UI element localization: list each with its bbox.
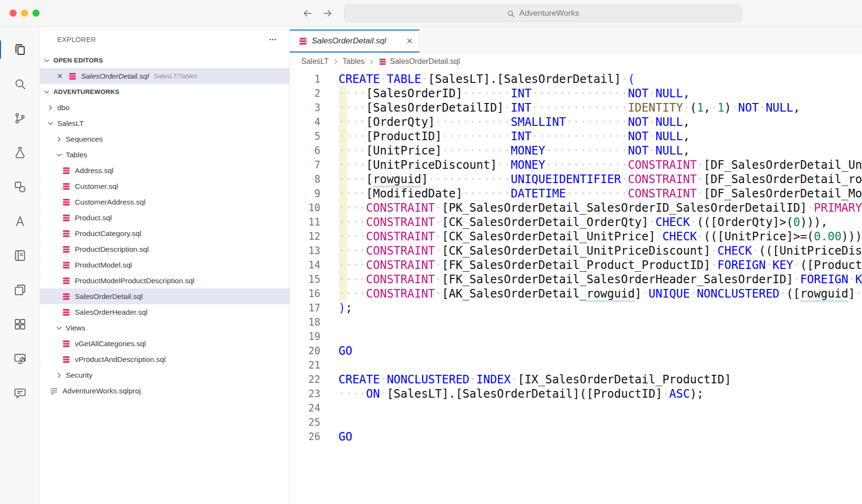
line-number[interactable]: 8 bbox=[290, 172, 320, 186]
monitor-activity-button[interactable] bbox=[0, 341, 40, 376]
tree-item-productmodel-sql[interactable]: ProductModel.sql bbox=[40, 257, 289, 273]
beaker-activity-button[interactable] bbox=[0, 135, 40, 170]
tree-item-dbo[interactable]: dbo bbox=[40, 100, 289, 115]
line-number[interactable]: 9 bbox=[290, 186, 320, 201]
tree-item-customer-sql[interactable]: Customer.sql bbox=[40, 178, 289, 194]
workspace-section-header[interactable]: ADVENTUREWORKS bbox=[40, 84, 289, 100]
tree-item-productcategory-sql[interactable]: ProductCategory.sql bbox=[40, 226, 289, 241]
grid-activity-button[interactable] bbox=[0, 307, 40, 341]
line-number[interactable]: 15 bbox=[290, 272, 320, 287]
open-editors-section-header[interactable]: OPEN EDITORS bbox=[40, 52, 289, 68]
code-line[interactable]: ····[ModifiedDate]·······DATETIME·······… bbox=[339, 186, 862, 201]
line-number[interactable]: 5 bbox=[290, 129, 320, 144]
code-line[interactable]: CREATE·TABLE·[SalesLT].[SalesOrderDetail… bbox=[339, 72, 862, 86]
open-editor-item[interactable]: SalesOrderDetail.sql SalesLT/Tables bbox=[40, 68, 289, 84]
code-line[interactable]: ····CONSTRAINT·[FK_SalesOrderDetail_Sale… bbox=[339, 272, 862, 287]
line-number[interactable]: 17 bbox=[290, 301, 320, 315]
breadcrumb-salesorderdetail-sql[interactable]: SalesOrderDetail.sql bbox=[379, 57, 460, 66]
close-tab-icon[interactable] bbox=[406, 37, 413, 45]
line-number[interactable]: 23 bbox=[290, 387, 320, 401]
line-number[interactable]: 11 bbox=[290, 215, 320, 229]
tree-item-vgetallcategories-sql[interactable]: vGetAllCategories.sql bbox=[40, 336, 289, 351]
forward-button[interactable] bbox=[319, 5, 336, 22]
tree-item-salesorderdetail-sql[interactable]: SalesOrderDetail.sql bbox=[40, 288, 289, 304]
line-number[interactable]: 7 bbox=[290, 158, 320, 172]
chevron-right-icon[interactable] bbox=[47, 104, 57, 112]
code-line[interactable]: ); bbox=[339, 301, 862, 315]
code-line[interactable]: ····ON·[SalesLT].[SalesOrderDetail]([Pro… bbox=[339, 387, 862, 401]
code-line[interactable]: ····[SalesOrderDetailID]·INT············… bbox=[339, 101, 862, 115]
copy-activity-button[interactable] bbox=[0, 273, 40, 307]
line-number[interactable]: 24 bbox=[290, 401, 320, 415]
code-line[interactable]: ····CONSTRAINT·[PK_SalesOrderDetail_Sale… bbox=[339, 201, 862, 215]
code-area[interactable]: 1234567891011121314151617181920212223242… bbox=[290, 70, 862, 504]
minimize-window-button[interactable] bbox=[21, 10, 28, 17]
shapes-activity-button[interactable] bbox=[0, 170, 40, 204]
chevron-down-icon[interactable] bbox=[55, 151, 66, 159]
code-line[interactable]: ····CONSTRAINT·[CK_SalesOrderDetail_Unit… bbox=[339, 244, 862, 258]
line-number[interactable]: 12 bbox=[290, 229, 320, 244]
breadcrumb-saleslt[interactable]: SalesLT bbox=[301, 57, 329, 66]
search-activity-button[interactable] bbox=[0, 67, 40, 101]
code-line[interactable] bbox=[339, 329, 862, 344]
line-number[interactable]: 14 bbox=[290, 258, 320, 272]
zoom-window-button[interactable] bbox=[32, 10, 40, 17]
line-number[interactable]: 3 bbox=[290, 101, 320, 115]
breadcrumb-tables[interactable]: Tables bbox=[343, 57, 365, 66]
line-number[interactable]: 21 bbox=[290, 358, 320, 372]
close-window-button[interactable] bbox=[10, 10, 17, 17]
tree-item-productdescription-sql[interactable]: ProductDescription.sql bbox=[40, 241, 289, 257]
chevron-right-icon[interactable] bbox=[55, 371, 66, 379]
line-number[interactable]: 1 bbox=[290, 72, 320, 86]
code-line[interactable]: GO bbox=[339, 430, 862, 444]
code-line[interactable]: ····CONSTRAINT·[FK_SalesOrderDetail_Prod… bbox=[339, 258, 862, 272]
code-line[interactable] bbox=[339, 415, 862, 430]
chevron-down-icon[interactable] bbox=[55, 324, 66, 332]
line-number[interactable]: 6 bbox=[290, 144, 320, 158]
tree-item-saleslt[interactable]: SalesLT bbox=[40, 115, 289, 131]
explorer-activity-button[interactable] bbox=[0, 32, 40, 67]
code-line[interactable]: GO bbox=[339, 344, 862, 358]
tree-item-sequences[interactable]: Sequences bbox=[40, 131, 289, 147]
line-number[interactable]: 13 bbox=[290, 244, 320, 258]
tree-item-address-sql[interactable]: Address.sql bbox=[40, 163, 289, 178]
tree-item-product-sql[interactable]: Product.sql bbox=[40, 210, 289, 226]
more-actions-button[interactable] bbox=[268, 35, 277, 44]
tree-item-salesorderheader-sql[interactable]: SalesOrderHeader.sql bbox=[40, 304, 289, 320]
tree-item-security[interactable]: Security bbox=[40, 367, 289, 383]
code-line[interactable]: ····CONSTRAINT·[CK_SalesOrderDetail_Unit… bbox=[339, 229, 862, 244]
code-line[interactable] bbox=[339, 315, 862, 329]
line-number[interactable]: 16 bbox=[290, 287, 320, 301]
back-button[interactable] bbox=[299, 5, 316, 22]
tree-item-productmodelproductdescription-sql[interactable]: ProductModelProductDescription.sql bbox=[40, 273, 289, 288]
close-editor-icon[interactable] bbox=[56, 72, 63, 80]
code-line[interactable]: ····[UnitPrice]··········MONEY··········… bbox=[339, 144, 862, 158]
code-line[interactable] bbox=[339, 358, 862, 372]
code-line[interactable]: ····[ProductID]··········INT············… bbox=[339, 129, 862, 144]
tab-salesorderdetail[interactable]: SalesOrderDetail.sql bbox=[290, 30, 420, 52]
code-line[interactable]: CREATE·NONCLUSTERED·INDEX·[IX_SalesOrder… bbox=[339, 372, 862, 387]
tree-item-customeraddress-sql[interactable]: CustomerAddress.sql bbox=[40, 194, 289, 210]
tree-item-tables[interactable]: Tables bbox=[40, 147, 289, 163]
line-number[interactable]: 18 bbox=[290, 315, 320, 329]
code-line[interactable]: ····[SalesOrderID]·······INT············… bbox=[339, 86, 862, 101]
code-line[interactable] bbox=[339, 401, 862, 415]
book-activity-button[interactable] bbox=[0, 238, 40, 273]
source-control-activity-button[interactable] bbox=[0, 101, 40, 135]
tree-item-vproductanddescription-sql[interactable]: vProductAndDescription.sql bbox=[40, 351, 289, 367]
code-line[interactable]: ····CONSTRAINT·[AK_SalesOrderDetail_rowg… bbox=[339, 287, 862, 301]
tree-item-adventureworks-sqlproj[interactable]: AdventureWorks.sqlproj bbox=[40, 383, 289, 399]
chevron-down-icon[interactable] bbox=[47, 120, 57, 127]
tree-item-views[interactable]: Views bbox=[40, 320, 289, 336]
command-center-search[interactable]: AdventureWorks bbox=[344, 5, 742, 22]
line-number[interactable]: 2 bbox=[290, 86, 320, 101]
code-line[interactable]: ····CONSTRAINT·[CK_SalesOrderDetail_Orde… bbox=[339, 215, 862, 229]
line-number[interactable]: 20 bbox=[290, 344, 320, 358]
line-number[interactable]: 25 bbox=[290, 415, 320, 430]
line-number[interactable]: 19 bbox=[290, 329, 320, 344]
line-number[interactable]: 10 bbox=[290, 201, 320, 215]
comment-activity-button[interactable] bbox=[0, 376, 40, 410]
chevron-right-icon[interactable] bbox=[55, 135, 66, 143]
code-line[interactable]: ····[OrderQty]···········SMALLINT·······… bbox=[339, 115, 862, 129]
line-number[interactable]: 4 bbox=[290, 115, 320, 129]
